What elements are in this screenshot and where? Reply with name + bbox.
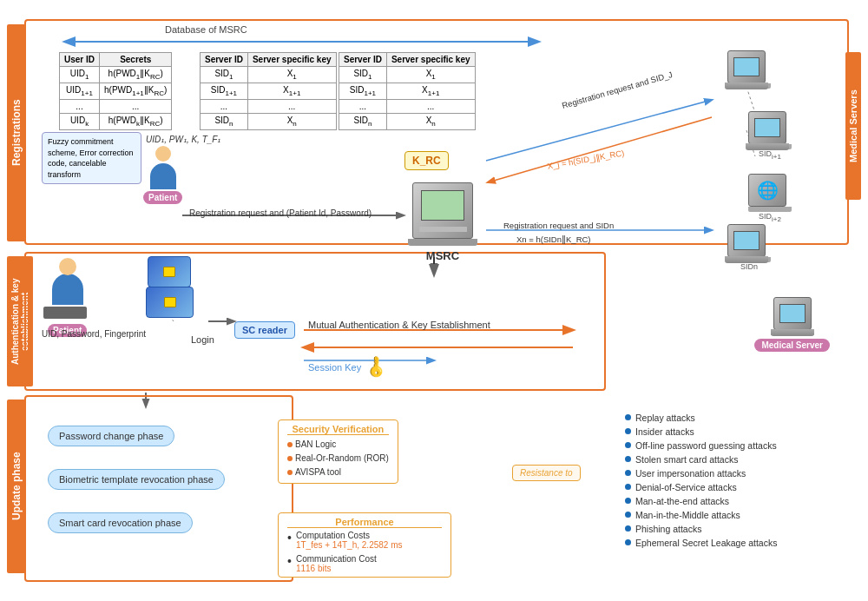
password-change-item[interactable]: Password change phase	[48, 426, 174, 446]
attack-item-6: Man-at-the-end attacks	[625, 496, 851, 506]
attack-item-9: Ephemeral Secret Leakage attacks	[625, 538, 851, 548]
communication-cost-value: 1116 bits	[296, 564, 377, 573]
attacks-list: Replay attacks Insider attacks Off-line …	[625, 413, 851, 551]
mutual-auth-label: Mutual Authentication & Key Establishmen…	[308, 320, 490, 330]
medical-server-2: SIDi+1	[748, 111, 792, 161]
database-label: Database of MSRC	[165, 24, 247, 35]
security-verification-title: Security Verification	[287, 424, 389, 435]
attack-item-8: Phishing attacks	[625, 524, 851, 534]
attack-item-5: Denial-of-Service attacks	[625, 482, 851, 492]
biometric-revocation-item[interactable]: Biometric template revocation phase	[48, 469, 225, 490]
uid-formula-label: UID₁, PW₁, K, T_F₁	[146, 135, 220, 144]
msrc-server: MSRC	[408, 182, 477, 262]
attack-item-1: Insider attacks	[625, 426, 851, 437]
computation-costs-label: Computation Costs	[296, 531, 403, 540]
section-label-registrations: Registrations	[7, 24, 26, 241]
attack-item-4: User impersonation attacks	[625, 468, 851, 479]
msrc-label: MSRC	[426, 249, 459, 262]
user-secrets-table: User IDSecrets UID1h(PWD1‖KRC) UID1+1h(P…	[59, 52, 172, 130]
msrc-screen	[421, 190, 464, 221]
main-diagram: Registrations Authentication & key estab…	[0, 0, 868, 601]
reg-request-label: Registration request and (Patient Id, Pa…	[189, 208, 372, 218]
section-label-update: Update phase	[7, 400, 26, 573]
attack-item-3: Stolen smart card attacks	[625, 454, 851, 465]
communication-cost-label: Communication Cost	[296, 554, 377, 564]
smart-card-auth: smart card	[146, 287, 174, 294]
resistance-box: Resistance to	[512, 465, 581, 481]
patient-label: Patient	[143, 191, 182, 204]
medical-server-sidn: SIDn	[727, 224, 771, 271]
medical-servers-label: Medical Servers	[845, 52, 861, 200]
attack-item-0: Replay attacks	[625, 413, 851, 423]
medical-server-auth: Medical Server	[754, 297, 830, 352]
patient-registration: Patient	[143, 146, 182, 204]
security-verification-box: Security Verification BAN Logic Real-Or-…	[278, 419, 398, 484]
smart-card-revocation-item[interactable]: Smart card revocation phase	[48, 512, 193, 533]
smart-card-registration: smart card	[148, 256, 181, 266]
server-key-table1: Server IDServer specific key SID1X1 SID1…	[200, 52, 337, 130]
patient-body	[150, 163, 176, 189]
krc-box: K_RC	[404, 151, 449, 170]
patient-head	[155, 146, 171, 162]
server-key-table2: Server IDServer specific key SID1X1 SID1…	[339, 52, 476, 130]
medical-server-3: 🌐 SIDi+2	[748, 174, 792, 223]
performance-box: Performance • Computation Costs 1T_fes +…	[278, 512, 451, 578]
uid-password-fingerprint-label: UID, Password, Fingerprint	[42, 328, 146, 340]
performance-title: Performance	[287, 517, 442, 528]
reg-req-sidn-label: Registration request and SIDn	[503, 221, 614, 230]
login-label: Login	[191, 334, 214, 345]
sc-reader-box: SC reader	[234, 321, 295, 339]
attack-item-2: Off-line password guessing attacks	[625, 440, 851, 451]
key-icon: 🔑	[363, 353, 390, 380]
session-key-area: Session Key 🔑	[308, 358, 385, 377]
xn-formula-label: Xn = h(SIDn‖K_RC)	[516, 234, 591, 244]
attack-item-7: Man-in-the-Middle attacks	[625, 510, 851, 520]
fuzzy-commitment-box: Fuzzy commitment scheme, Error correctio…	[42, 132, 141, 184]
medical-server-1	[727, 50, 771, 89]
computation-costs-value: 1T_fes + 14T_h, 2.2582 ms	[296, 540, 403, 550]
msrc-body	[412, 182, 473, 239]
